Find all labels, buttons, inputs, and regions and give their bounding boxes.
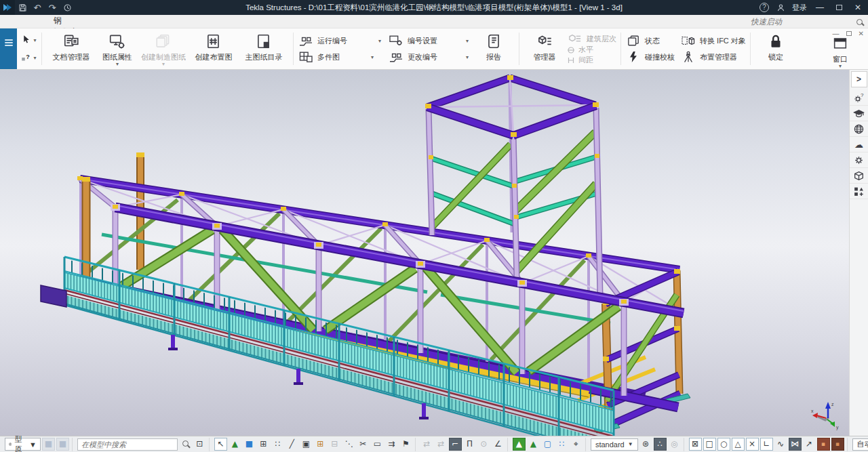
master-drawing-catalog-button[interactable]: 主图纸目录 [239, 30, 289, 68]
cloud-icon[interactable]: ☁ [850, 137, 868, 152]
toolbar-button-disabled-1[interactable]: ■ [42, 438, 55, 451]
show-points-button[interactable]: ∷ [555, 438, 568, 451]
ribbon-minimize-button[interactable]: — [833, 30, 840, 37]
redo-button[interactable]: ↷ [45, 0, 60, 15]
status-button[interactable]: 状态 [625, 35, 675, 47]
model-cube-icon[interactable] [850, 168, 868, 184]
select-cursor-tool[interactable]: ▾ [20, 34, 36, 46]
svg-text:x: x [811, 409, 814, 413]
snap-auto-dropdown[interactable]: 自动▼ [852, 438, 868, 451]
organizer-button[interactable]: 管理器 [524, 30, 566, 68]
file-menu-strip[interactable] [0, 28, 17, 69]
learning-icon[interactable] [850, 106, 868, 121]
model-search-input[interactable] [77, 438, 178, 451]
snap-depth-button[interactable]: ◎ [668, 438, 681, 451]
menu-bar: 钢混凝土钢筋编辑视图图纸和报告管理分析与设计TRIMBLE CONNECT模板 [0, 15, 868, 28]
document-manager-button[interactable]: 文档管理器 [46, 30, 96, 68]
snap-plane-button-1[interactable]: ▪ [817, 438, 830, 451]
select-objects-in-components-button[interactable]: ■ [243, 438, 256, 451]
undo-button[interactable]: ↶ [30, 0, 45, 15]
collapse-chevron-icon[interactable]: > [851, 71, 867, 87]
clash-check-button[interactable]: 碰撞校核 [625, 51, 675, 63]
ribbon-close-button[interactable]: ✕ [859, 30, 864, 37]
toolbar-button-disabled-2[interactable]: ■ [56, 438, 69, 451]
layout-manager-button[interactable]: 布置管理器 [680, 51, 746, 63]
settings-gear-icon[interactable] [850, 152, 868, 168]
zoom-tool-button[interactable]: ⌖ [570, 438, 583, 451]
quick-launch-input[interactable] [751, 18, 852, 26]
zoom-selected-button[interactable]: ▢ [541, 438, 554, 451]
user-icon[interactable] [773, 0, 788, 15]
select-views-button[interactable]: ▭ [371, 438, 384, 451]
save-button[interactable] [15, 0, 30, 15]
multi-drawing-button[interactable]: 多件图▾ [298, 51, 381, 63]
snap-reference-points-button[interactable]: ⊠ [689, 438, 702, 451]
snap-intersections-button[interactable]: × [746, 438, 759, 451]
select-cuts-button[interactable]: ✂ [357, 438, 370, 451]
minimize-button[interactable]: — [811, 3, 829, 12]
search-icon[interactable] [856, 19, 863, 25]
select-tool[interactable]: ↖ [214, 438, 227, 451]
run-numbering-button[interactable]: 运行编号▾ [298, 35, 381, 47]
change-numbering-button[interactable]: 更改编号▾ [388, 51, 469, 63]
polygon-tool-button[interactable]: Π [463, 438, 476, 451]
create-fabrication-drawings-button[interactable]: 创建制造图纸▾ [138, 30, 189, 68]
model-origin-dropdown[interactable]: 模型原点▼ [5, 438, 41, 451]
svg-text:y: y [836, 425, 839, 430]
select-lines-button[interactable]: ╱ [285, 438, 298, 451]
select-parts-button[interactable]: ▲ [229, 438, 241, 451]
applications-components-icon[interactable] [850, 184, 868, 199]
level-button[interactable]: 水平 [567, 45, 616, 55]
select-points-button[interactable]: ∷ [271, 438, 284, 451]
select-bolts-button[interactable]: ⚑ [399, 438, 412, 451]
history-button[interactable] [60, 0, 75, 15]
login-button[interactable]: 登录 [789, 3, 810, 13]
drawing-properties-button[interactable]: 图纸属性▾ [96, 30, 138, 68]
select-grid-lines-button[interactable]: ⊟ [328, 438, 341, 451]
render-parts-button[interactable]: ▲ [513, 438, 526, 451]
restore-button[interactable] [830, 3, 848, 12]
snap-direction-button[interactable]: ↗ [803, 438, 816, 451]
snap-geometry-points-button[interactable]: □ [703, 438, 716, 451]
ribbon-restore-button[interactable] [846, 30, 852, 37]
snap-numeric-button[interactable]: ∴ [654, 438, 667, 451]
snap-settings-button[interactable]: ⊛ [639, 438, 652, 451]
snap-free-button[interactable]: ∿ [774, 438, 787, 451]
visibility-tool-button[interactable]: ⊙ [477, 438, 490, 451]
tekla-online-icon[interactable] [850, 121, 868, 137]
phase-dropdown[interactable]: standard▼ [591, 438, 638, 451]
menu-tab-steel[interactable]: 钢 [45, 15, 140, 26]
snap-plane-button-2[interactable]: ▪ [831, 438, 844, 451]
inquire-tool[interactable]: ?▾ [20, 52, 36, 64]
convert-ifc-button[interactable]: 转换 IFC 对象 [680, 35, 746, 47]
snap-perpendicular-button[interactable]: △ [732, 438, 745, 451]
building-hierarchy-button[interactable]: 建筑层次 [567, 33, 616, 45]
report-button[interactable]: 报告 [473, 30, 515, 68]
select-components-button[interactable]: ⊞ [257, 438, 270, 451]
snap-extensions-button[interactable]: ∟ [760, 438, 773, 451]
help-icon[interactable]: ? [757, 0, 772, 15]
select-surfaces-button[interactable]: ▣ [300, 438, 313, 451]
select-assemblies-button[interactable]: ⇄ [435, 438, 448, 451]
select-welds-button[interactable]: ⋱ [342, 438, 355, 451]
tekla-logo-icon[interactable] [0, 0, 15, 15]
lock-button[interactable]: 锁定 [755, 30, 797, 68]
ribbon-group-drawings: 文档管理器 图纸属性▾ 创建制造图纸▾ 创建布置图 主图纸目录 [43, 28, 292, 69]
render-components-button[interactable]: ▲ [527, 438, 540, 451]
search-window-button[interactable]: ⊡ [193, 438, 206, 451]
select-fittings-button[interactable]: ⇉ [385, 438, 398, 451]
svg-text:z: z [831, 402, 834, 407]
numbering-settings-button[interactable]: 编号设置▾ [388, 35, 469, 47]
create-layout-drawing-button[interactable]: 创建布置图 [189, 30, 239, 68]
ortho-tool-button[interactable]: ⌐ [449, 438, 462, 451]
close-button[interactable]: ✕ [849, 3, 867, 12]
model-viewport-3d[interactable]: z x y > ? ☁ [0, 70, 868, 436]
snap-nearest-points-button[interactable]: ○ [717, 438, 730, 451]
spacing-button[interactable]: 间距 [567, 55, 616, 65]
select-objects-button[interactable]: ⇄ [420, 438, 433, 451]
angle-tool-button[interactable]: ∠ [492, 438, 505, 451]
snap-override-button[interactable]: ⋈ [789, 438, 802, 451]
select-grids-button[interactable]: ⊞ [314, 438, 327, 451]
search-model-button[interactable] [179, 438, 192, 451]
properties-gear-icon[interactable]: ? [850, 90, 868, 106]
